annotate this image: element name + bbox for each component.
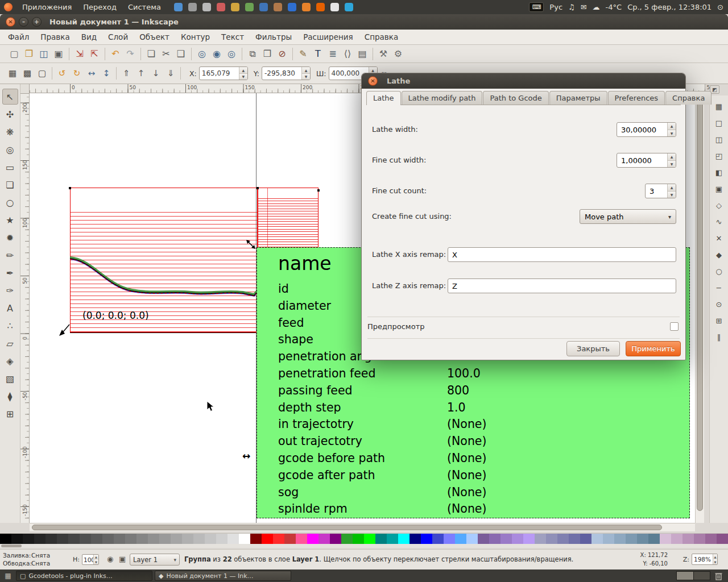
palette-swatch[interactable] bbox=[421, 534, 432, 544]
spin-buttons[interactable]: ▲▼ bbox=[667, 153, 676, 167]
snap-grid-icon[interactable]: ⊞ bbox=[713, 314, 725, 327]
unlink-clone-icon[interactable]: ⊘ bbox=[275, 47, 289, 61]
globe-icon[interactable] bbox=[259, 3, 268, 11]
zoom-selection-icon[interactable]: ◎ bbox=[195, 47, 209, 61]
palette-swatch[interactable] bbox=[512, 534, 523, 544]
xml-editor-icon[interactable]: ⟨⟩ bbox=[340, 47, 355, 61]
trash-icon[interactable] bbox=[715, 572, 722, 580]
palette-scrollbar[interactable] bbox=[0, 544, 728, 548]
fill-stroke-icon[interactable]: ✎ bbox=[296, 47, 311, 61]
new-document-icon[interactable]: ▢ bbox=[7, 47, 22, 61]
window-close-button[interactable]: ✕ bbox=[6, 17, 15, 27]
close-button[interactable]: Закрыть bbox=[566, 341, 620, 356]
palette-swatch[interactable] bbox=[694, 534, 705, 544]
fill-value[interactable]: Снята bbox=[31, 552, 50, 559]
raise-icon[interactable]: ↑ bbox=[134, 66, 148, 80]
palette-swatch[interactable] bbox=[592, 534, 603, 544]
taskbar-window-inkscape[interactable]: ◆Новый документ 1 — Ink… bbox=[155, 571, 291, 581]
palette-swatch[interactable] bbox=[228, 534, 239, 544]
print-icon[interactable]: ▣ bbox=[51, 47, 66, 61]
palette-swatch[interactable] bbox=[136, 534, 148, 544]
palette-swatch[interactable] bbox=[296, 534, 307, 544]
palette-swatch[interactable] bbox=[239, 534, 250, 544]
snap-bbox-edge-icon[interactable]: ◫ bbox=[713, 133, 725, 146]
open-icon[interactable]: ❐ bbox=[22, 47, 36, 61]
workspace-1[interactable] bbox=[677, 572, 693, 580]
palette-swatch[interactable] bbox=[125, 534, 136, 544]
lathe-dialog-titlebar[interactable]: ✕ Lathe bbox=[362, 73, 685, 89]
audacity-icon[interactable] bbox=[302, 3, 311, 11]
layers-dialog-icon[interactable]: ≣ bbox=[325, 47, 340, 61]
selection-scale-handle-icon[interactable] bbox=[246, 239, 256, 250]
taskbar-window-gcodetools[interactable]: ▢Gcodetools - plug-in Inks… bbox=[16, 571, 152, 581]
ubuntu-logo-icon[interactable] bbox=[4, 3, 13, 11]
paint-app-icon[interactable] bbox=[217, 3, 225, 11]
preview-checkbox[interactable] bbox=[670, 322, 679, 331]
spray-tool[interactable]: ∴ bbox=[2, 318, 18, 334]
palette-swatch[interactable] bbox=[603, 534, 614, 544]
window-titlebar[interactable]: ✕ – + Новый документ 1 — Inkscape bbox=[0, 14, 728, 30]
palette-swatch[interactable] bbox=[57, 534, 68, 544]
workspace-switcher[interactable] bbox=[676, 571, 710, 580]
vertical-scrollbar-thumb[interactable] bbox=[697, 96, 703, 511]
snap-path-icon[interactable]: ∿ bbox=[713, 215, 725, 228]
lower-to-bottom-icon[interactable]: ⇓ bbox=[164, 66, 177, 80]
display-icon[interactable] bbox=[188, 3, 197, 11]
deselect-icon[interactable]: ▢ bbox=[35, 66, 49, 80]
palette-swatch[interactable] bbox=[364, 534, 375, 544]
layer-visibility-icon[interactable]: ◉ bbox=[107, 555, 113, 563]
palette-swatch[interactable] bbox=[705, 534, 717, 544]
snap-bbox-icon[interactable]: □ bbox=[713, 117, 725, 129]
selector-tool[interactable]: ↖ bbox=[2, 89, 18, 105]
export-icon[interactable]: ⇱ bbox=[87, 47, 102, 61]
snap-midpoint-icon[interactable]: − bbox=[713, 281, 725, 294]
palette-swatch[interactable] bbox=[46, 534, 57, 544]
opacity-field[interactable]: 100 ▲▼ bbox=[82, 554, 99, 565]
palette-swatch[interactable] bbox=[80, 534, 91, 544]
menu-path[interactable]: Контур bbox=[175, 30, 216, 44]
dropper-tool[interactable]: ⧫ bbox=[2, 388, 18, 404]
window-minimize-button[interactable]: – bbox=[19, 17, 28, 27]
clone-icon[interactable]: ❒ bbox=[260, 47, 275, 61]
palette-swatch[interactable] bbox=[318, 534, 330, 544]
tab-lathe[interactable]: Lathe bbox=[366, 91, 401, 105]
spin-buttons[interactable]: ▲▼ bbox=[667, 184, 676, 198]
gradient-tool[interactable]: ▧ bbox=[2, 371, 18, 386]
redo-icon[interactable]: ↷ bbox=[123, 47, 138, 61]
keyboard-layout-label[interactable]: Рус bbox=[549, 3, 562, 11]
menu-text[interactable]: Текст bbox=[216, 30, 250, 44]
menu-edit[interactable]: Правка bbox=[35, 30, 75, 44]
palette-swatch[interactable] bbox=[569, 534, 580, 544]
clock-label[interactable]: Ср., 5 февр., 12:38:01 bbox=[627, 3, 712, 11]
import-icon[interactable]: ⇲ bbox=[72, 47, 87, 61]
palette-swatch[interactable] bbox=[11, 534, 23, 544]
palette-swatch[interactable] bbox=[148, 534, 159, 544]
palette-swatch[interactable] bbox=[535, 534, 546, 544]
panel-menu-applications[interactable]: Приложения bbox=[17, 1, 77, 13]
connector-tool[interactable]: ⊞ bbox=[2, 406, 18, 422]
preferences-icon[interactable]: ⚒ bbox=[376, 47, 391, 61]
palette-swatch[interactable] bbox=[114, 534, 125, 544]
palette-swatch[interactable] bbox=[444, 534, 455, 544]
palette-swatch[interactable] bbox=[193, 534, 205, 544]
save-icon[interactable]: ◫ bbox=[36, 47, 51, 61]
fine-cut-width-field[interactable]: 1,00000▲▼ bbox=[617, 153, 676, 168]
palette-swatch[interactable] bbox=[387, 534, 398, 544]
undo-icon[interactable]: ↶ bbox=[108, 47, 123, 61]
palette-swatch[interactable] bbox=[455, 534, 466, 544]
star-tool[interactable]: ★ bbox=[2, 212, 18, 228]
workspace-2[interactable] bbox=[693, 572, 710, 580]
text-tool[interactable]: A bbox=[2, 300, 18, 316]
palette-swatch[interactable] bbox=[557, 534, 569, 544]
document-properties-icon[interactable]: ⚙ bbox=[391, 47, 406, 61]
snap-cusp-node-icon[interactable]: ◆ bbox=[713, 248, 725, 261]
firefox-alt-icon[interactable] bbox=[316, 3, 325, 11]
volume-icon[interactable]: ♫ bbox=[568, 3, 575, 11]
snap-smooth-node-icon[interactable]: ○ bbox=[713, 265, 725, 277]
cut-icon[interactable]: ✂ bbox=[159, 47, 173, 61]
snap-guide-icon[interactable]: ‖ bbox=[713, 331, 725, 343]
lower-icon[interactable]: ↓ bbox=[149, 66, 163, 80]
palette-swatch[interactable] bbox=[580, 534, 592, 544]
palette-swatch[interactable] bbox=[648, 534, 660, 544]
palette-swatch[interactable] bbox=[0, 534, 11, 544]
